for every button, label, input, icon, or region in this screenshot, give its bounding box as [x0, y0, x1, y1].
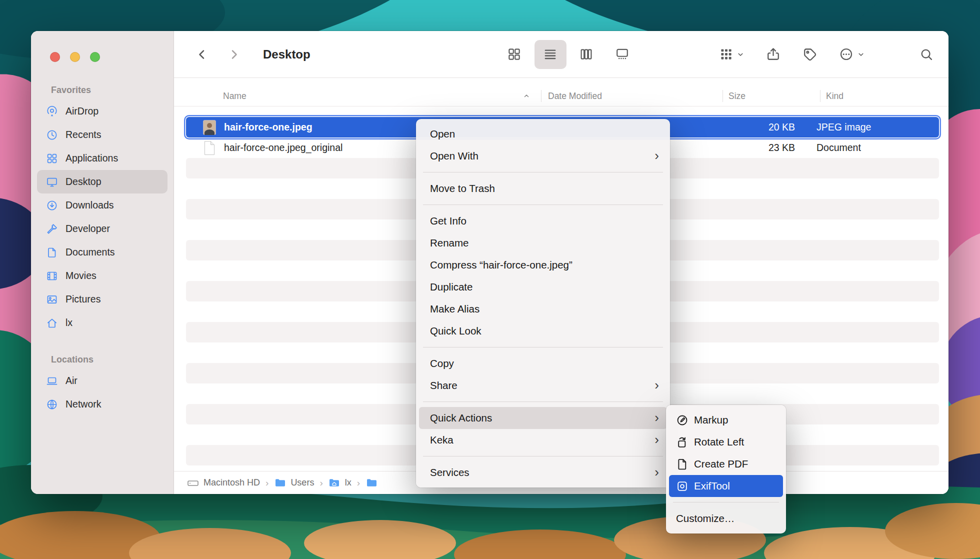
- create-pdf-icon: [676, 458, 688, 470]
- column-header-kind[interactable]: Kind: [820, 86, 948, 106]
- sidebar-item-recents[interactable]: Recents: [37, 123, 168, 146]
- menu-item-quick-actions[interactable]: Quick Actions›: [419, 407, 667, 429]
- gallery-view-button[interactable]: [606, 40, 638, 69]
- close-button[interactable]: [50, 52, 60, 62]
- exiftool-icon: [676, 480, 688, 492]
- sidebar-item-label: Recents: [66, 129, 102, 140]
- menu-item-open-with[interactable]: Open With›: [419, 145, 667, 167]
- submenu-chevron-icon: ›: [654, 466, 659, 480]
- sidebar-item-label: Downloads: [66, 200, 114, 211]
- applications-icon: [46, 152, 58, 165]
- sidebar-item-desktop[interactable]: Desktop: [37, 170, 168, 194]
- context-menu: Open Open With› Move to Trash Get Info R…: [416, 119, 670, 488]
- home-folder-icon: [328, 478, 340, 488]
- view-switcher: [498, 40, 638, 69]
- folder-icon: [366, 478, 378, 488]
- icon-view-button[interactable]: [498, 40, 530, 69]
- menu-divider: [423, 204, 663, 205]
- sidebar-item-documents[interactable]: Documents: [37, 240, 168, 264]
- sidebar-item-downloads[interactable]: Downloads: [37, 194, 168, 217]
- submenu-item-customize[interactable]: Customize…: [669, 508, 783, 530]
- menu-item-compress[interactable]: Compress “hair-force-one.jpeg”: [419, 254, 667, 276]
- sidebar: Favorites AirDrop Recents Applications D…: [31, 31, 174, 494]
- back-button[interactable]: [196, 48, 208, 60]
- locations-section-title: Locations: [51, 354, 174, 365]
- favorites-section-title: Favorites: [51, 85, 174, 96]
- column-header-name[interactable]: Name: [174, 86, 541, 106]
- column-header-date-modified[interactable]: Date Modified: [541, 86, 722, 106]
- more-icon: [839, 47, 854, 62]
- path-item-lx[interactable]: lx: [328, 478, 352, 488]
- menu-item-keka[interactable]: Keka›: [419, 429, 667, 451]
- path-item-macintosh-hd[interactable]: Macintosh HD: [187, 478, 260, 488]
- file-kind: Document: [810, 142, 939, 154]
- laptop-icon: [46, 374, 58, 388]
- quick-actions-submenu: Markup Rotate Left Create PDF ExifTool C…: [666, 405, 786, 534]
- sidebar-item-movies[interactable]: Movies: [37, 264, 168, 288]
- menu-item-copy[interactable]: Copy: [419, 352, 667, 374]
- more-actions-button[interactable]: [839, 47, 864, 62]
- hard-drive-icon: [187, 478, 199, 488]
- sidebar-item-developer[interactable]: Developer: [37, 217, 168, 240]
- menu-divider: [423, 402, 663, 402]
- file-size: 23 KB: [722, 142, 810, 154]
- menu-item-duplicate[interactable]: Duplicate: [419, 276, 667, 298]
- sidebar-item-network[interactable]: Network: [37, 392, 168, 416]
- document-icon: [203, 140, 216, 156]
- submenu-chevron-icon: ›: [654, 149, 659, 164]
- column-header-size[interactable]: Size: [722, 86, 820, 106]
- sidebar-item-label: AirDrop: [66, 106, 98, 117]
- file-kind: JPEG image: [810, 122, 939, 133]
- sidebar-item-applications[interactable]: Applications: [37, 146, 168, 170]
- menu-divider: [673, 502, 779, 502]
- menu-item-quick-look[interactable]: Quick Look: [419, 320, 667, 342]
- menu-item-make-alias[interactable]: Make Alias: [419, 298, 667, 320]
- group-icon: [720, 48, 733, 61]
- traffic-lights: [31, 52, 174, 62]
- group-button[interactable]: [720, 48, 744, 61]
- pictures-icon: [46, 293, 58, 306]
- path-item-truncated[interactable]: [366, 478, 382, 488]
- list-view-button[interactable]: [534, 40, 566, 69]
- sidebar-item-pictures[interactable]: Pictures: [37, 288, 168, 311]
- path-separator: ›: [320, 478, 322, 488]
- share-button[interactable]: [766, 47, 780, 62]
- forward-button[interactable]: [228, 48, 240, 60]
- submenu-chevron-icon: ›: [654, 378, 659, 393]
- path-item-users[interactable]: Users: [274, 478, 314, 488]
- clock-icon: [46, 128, 58, 142]
- menu-item-get-info[interactable]: Get Info: [419, 210, 667, 232]
- chevron-down-icon: [858, 51, 864, 58]
- menu-divider: [423, 456, 663, 456]
- submenu-item-markup[interactable]: Markup: [669, 409, 783, 431]
- sidebar-item-air[interactable]: Air: [37, 369, 168, 392]
- sidebar-item-label: Documents: [66, 246, 115, 258]
- home-icon: [46, 316, 58, 330]
- menu-item-share[interactable]: Share›: [419, 374, 667, 396]
- sidebar-item-airdrop[interactable]: AirDrop: [37, 100, 168, 123]
- submenu-item-exiftool[interactable]: ExifTool: [669, 475, 783, 497]
- menu-item-services[interactable]: Services›: [419, 462, 667, 484]
- menu-divider: [423, 172, 663, 172]
- column-headers: Name Date Modified Size Kind: [174, 86, 948, 106]
- minimize-button[interactable]: [70, 52, 80, 62]
- submenu-item-create-pdf[interactable]: Create PDF: [669, 453, 783, 475]
- sidebar-item-lx[interactable]: lx: [37, 311, 168, 334]
- file-name: hair-force-one.jpeg_original: [224, 142, 342, 154]
- rotate-left-icon: [676, 436, 688, 448]
- sort-ascending-icon: [523, 92, 530, 100]
- zoom-button[interactable]: [90, 52, 100, 62]
- submenu-item-rotate-left[interactable]: Rotate Left: [669, 431, 783, 453]
- folder-icon: [274, 478, 286, 488]
- sidebar-item-label: Movies: [66, 270, 96, 282]
- menu-item-rename[interactable]: Rename: [419, 232, 667, 254]
- search-button[interactable]: [920, 48, 934, 62]
- menu-item-open[interactable]: Open: [419, 123, 667, 145]
- file-size: 20 KB: [722, 122, 810, 133]
- image-thumbnail: [203, 120, 216, 135]
- tag-button[interactable]: [802, 47, 817, 62]
- sidebar-item-label: Developer: [66, 223, 110, 234]
- menu-item-move-to-trash[interactable]: Move to Trash: [419, 178, 667, 200]
- column-view-button[interactable]: [570, 40, 602, 69]
- file-name: hair-force-one.jpeg: [224, 122, 312, 133]
